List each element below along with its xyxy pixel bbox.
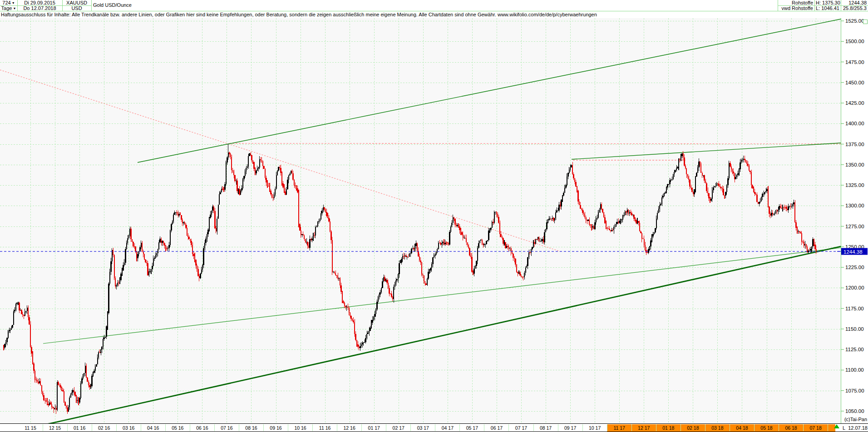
x-axis-label: 04 17 <box>442 425 454 431</box>
x-axis-label: 03 17 <box>417 425 429 431</box>
y-axis-label: 1225.00 <box>845 265 864 270</box>
ohlc-bar <box>449 230 450 246</box>
ohlc-bar <box>479 241 480 243</box>
y-axis-label: 1350.00 <box>845 162 864 167</box>
x-axis-label: 12 16 <box>344 425 355 431</box>
x-axis-label: 06 18 <box>785 425 797 431</box>
x-axis-label: 05 17 <box>466 425 478 431</box>
y-axis-label: 1400.00 <box>845 121 864 126</box>
y-axis-label: 1125.00 <box>845 347 864 352</box>
y-axis-label: 1175.00 <box>845 306 864 311</box>
x-axis-label: 03 18 <box>711 425 723 431</box>
ohlc-bar <box>603 212 604 218</box>
ohlc-bar <box>655 228 656 234</box>
y-axis-label: 1525.00 <box>845 18 864 24</box>
x-axis-label: 02 16 <box>98 425 110 431</box>
x-axis-label: 08 17 <box>540 425 552 431</box>
y-axis-label: 1450.00 <box>845 80 864 85</box>
x-axis-label: 11 15 <box>25 425 36 431</box>
ohlc-bar <box>8 330 9 339</box>
x-axis-label: 09 17 <box>564 425 576 431</box>
ohlc-bar <box>761 196 762 201</box>
plot-background <box>0 18 841 423</box>
ohlc-bar <box>298 190 299 227</box>
ohlc-bar <box>538 236 539 242</box>
ohlc-bar <box>242 178 243 190</box>
x-axis-label: 07 17 <box>515 425 527 431</box>
x-axis-label: 07 16 <box>221 425 232 431</box>
ohlc-bar <box>486 241 487 245</box>
ohlc-bar <box>794 200 795 223</box>
y-axis-label: 1200.00 <box>845 285 864 290</box>
y-axis-label: 1425.00 <box>845 100 864 106</box>
y-axis-label: 1100.00 <box>845 367 864 373</box>
ohlc-bar <box>494 211 495 224</box>
tai-pan-chart-window: 724▼ Tage▼ Di 29.09.2015 Do 12.07.2018 X… <box>0 0 868 432</box>
x-axis-label: 03 16 <box>123 425 134 431</box>
x-axis-label: 02 17 <box>393 425 404 431</box>
ohlc-bar <box>427 278 428 285</box>
ohlc-bar <box>30 321 31 348</box>
ohlc-bar <box>114 254 115 280</box>
ohlc-bar <box>209 217 210 231</box>
last-date-label: 12.07.18 <box>848 425 868 431</box>
ohlc-bar <box>125 247 126 265</box>
x-axis-label: 01 17 <box>368 425 380 431</box>
x-axis-label: 12 15 <box>49 425 61 431</box>
y-axis-label: 1300.00 <box>845 203 864 208</box>
ohlc-bar <box>13 309 14 325</box>
x-axis-label: 01 18 <box>662 425 674 431</box>
x-axis-label: 11 16 <box>319 425 331 431</box>
ohlc-bar <box>74 392 75 397</box>
ohlc-bar <box>545 229 546 232</box>
ohlc-bar <box>80 381 81 399</box>
ohlc-bar <box>421 262 422 276</box>
x-axis-label: 10 17 <box>589 425 601 431</box>
ohlc-bar <box>203 246 204 269</box>
price-chart-canvas: 1525.001500.001475.001450.001425.001400.… <box>0 0 868 432</box>
x-axis-label: 02 18 <box>687 425 699 431</box>
current-price-badge-text: 1244.38 <box>843 249 863 255</box>
x-axis-label: 07 18 <box>809 425 821 431</box>
y-axis-label: 1500.00 <box>845 39 864 44</box>
y-axis: 1525.001500.001475.001450.001425.001400.… <box>841 18 864 414</box>
x-axis-label: 11 17 <box>613 425 625 431</box>
ohlc-bar <box>108 282 109 314</box>
y-axis-label: 1475.00 <box>845 59 864 65</box>
x-axis-label: 04 16 <box>147 425 159 431</box>
ohlc-bar <box>505 242 506 249</box>
ohlc-bar <box>729 161 730 180</box>
x-axis-label: 01 16 <box>74 425 85 431</box>
x-axis-label: 08 16 <box>245 425 257 431</box>
ohlc-bar <box>200 273 201 279</box>
ohlc-bar <box>170 230 171 247</box>
ohlc-bar <box>332 237 333 275</box>
x-axis-label: 05 16 <box>172 425 183 431</box>
x-axis-label: 04 18 <box>736 425 748 431</box>
ohlc-bar <box>417 242 418 252</box>
x-axis-label: 06 16 <box>196 425 208 431</box>
ohlc-bar <box>234 175 235 182</box>
axis-handle-icon[interactable] <box>863 20 868 24</box>
y-axis-label: 1275.00 <box>845 224 864 229</box>
y-axis-label: 1075.00 <box>845 388 864 393</box>
ohlc-bar <box>299 223 300 231</box>
last-marker-label: L <box>843 425 845 431</box>
ohlc-bar <box>87 377 88 382</box>
ohlc-bar <box>91 374 92 388</box>
x-axis-label: 06 17 <box>491 425 503 431</box>
y-axis-label: 1325.00 <box>845 182 864 188</box>
ohlc-bar <box>57 380 58 411</box>
ohlc-bar <box>226 161 227 186</box>
ohlc-bar <box>218 205 219 219</box>
y-axis-label: 1150.00 <box>845 326 864 332</box>
ohlc-bar <box>144 254 145 260</box>
ohlc-bar <box>317 221 318 227</box>
ohlc-bar <box>691 187 692 193</box>
x-axis-label: 10 16 <box>294 425 306 431</box>
ohlc-bar <box>516 264 517 273</box>
ohlc-bar <box>480 239 481 241</box>
y-axis-label: 1050.00 <box>845 408 864 414</box>
ohlc-bar <box>664 193 665 196</box>
x-axis-label: 05 18 <box>760 425 772 431</box>
